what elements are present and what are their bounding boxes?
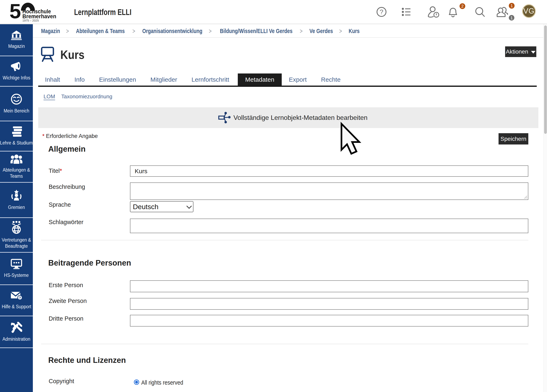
svg-text:5: 5	[9, 2, 21, 23]
svg-text:1975 – 2025: 1975 – 2025	[22, 19, 39, 22]
svg-text:?: ?	[19, 296, 21, 300]
svg-text:?: ?	[380, 8, 383, 16]
